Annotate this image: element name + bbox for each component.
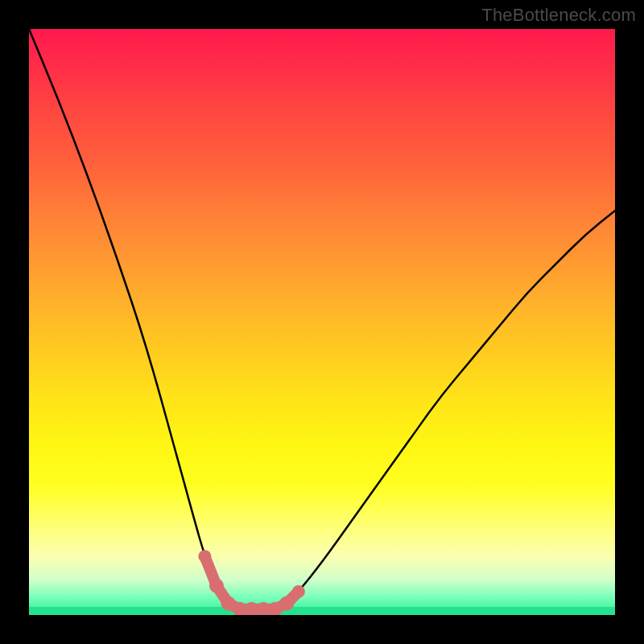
bottleneck-curve bbox=[29, 29, 615, 609]
outer-frame: TheBottleneck.com bbox=[0, 0, 644, 644]
trough-marker bbox=[198, 550, 211, 563]
trough-marker bbox=[209, 579, 224, 593]
watermark-text: TheBottleneck.com bbox=[481, 5, 636, 26]
trough-markers bbox=[198, 550, 304, 615]
trough-marker bbox=[292, 585, 305, 598]
plot-area bbox=[29, 29, 615, 615]
trough-marker bbox=[279, 596, 294, 610]
curve-layer bbox=[29, 29, 615, 615]
